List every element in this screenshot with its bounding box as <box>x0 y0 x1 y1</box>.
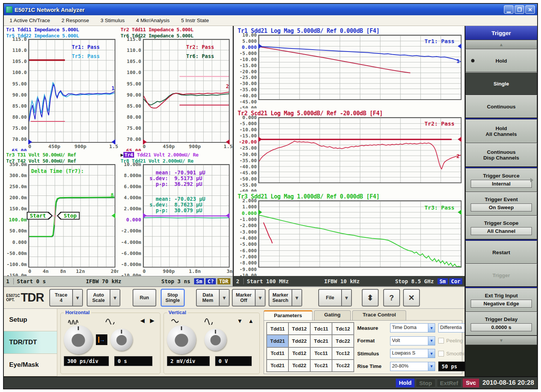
trace-header-line: Tr3 T31 Volt 50.00mU/ Ref <box>6 152 118 158</box>
dropdown-arrow-icon[interactable]: ▼ <box>341 290 351 306</box>
restore-button[interactable]: ❐ <box>515 5 524 14</box>
param-button-tcc22[interactable]: Tcc22 <box>332 360 354 372</box>
data-mem-button[interactable]: DataMem▼ <box>196 289 230 307</box>
channel-number: 2 <box>236 278 244 284</box>
param-button-tcd11[interactable]: Tcd11 <box>267 347 288 360</box>
param-button-tcc11[interactable]: Tcc11 <box>310 347 332 360</box>
param-button-tcd21[interactable]: Tcd21 <box>267 360 288 372</box>
plot-wrap: Tr1: PassTr5: Pass10450p900p1.5n <box>28 39 115 150</box>
marker-search-button[interactable]: MarkerSearch▼ <box>269 289 302 307</box>
param-button-tdc21[interactable]: Tdc21 <box>310 335 332 347</box>
close-button[interactable]: ✕ <box>525 5 535 14</box>
dropdown-arrow-icon[interactable]: ▼ <box>110 290 120 306</box>
param-button-tcd22[interactable]: Tcd22 <box>288 360 310 372</box>
chevron-down-icon[interactable]: ▼ <box>428 362 435 371</box>
softkey-trigger-source[interactable]: Trigger SourceInternal <box>465 168 537 192</box>
trace-select-button[interactable]: Trace4▼ <box>49 289 83 307</box>
ifbw-value: IFBW 70 kHz <box>46 278 161 284</box>
app-window: E5071C Network Analyzer ▁ ❐ ✕ 1 Active C… <box>3 3 538 389</box>
menu-item-1[interactable]: 1 Active Ch/Trace <box>4 18 56 23</box>
menu-item-4[interactable]: 4 Mkr/Analysis <box>130 18 175 23</box>
stop-single-button[interactable]: StopSingle <box>161 289 185 307</box>
start-marker-flag[interactable]: Start <box>27 212 53 220</box>
param-button-tcd12[interactable]: Tcd12 <box>288 347 310 360</box>
shift-down-icon[interactable]: ▼ <box>237 318 243 324</box>
param-button-tdc11[interactable]: Tdc11 <box>310 323 332 335</box>
tab-parameters[interactable]: Parameters <box>264 310 313 320</box>
softkey-trigger-delay[interactable]: Trigger Delay0.0000 s <box>465 312 537 336</box>
measure-select[interactable]: Time Doma▼ <box>390 323 435 332</box>
field-label: Rise Time <box>357 363 387 369</box>
softkey-continuous[interactable]: Continuous <box>465 95 537 118</box>
reference-level-marker <box>143 213 147 218</box>
reference-position-icon[interactable]: → <box>96 334 107 345</box>
chevron-down-icon[interactable]: ▼ <box>428 349 435 358</box>
softkey-hold-all-channels[interactable]: HoldAll Channels <box>465 119 537 143</box>
select-value: 20-80% <box>390 362 428 371</box>
updown-button[interactable]: ⬍ <box>362 289 379 307</box>
horizontal-scale-knob[interactable] <box>64 325 93 354</box>
shift-left-icon[interactable]: ◀ <box>140 317 145 324</box>
help-button[interactable]: ? <box>383 289 400 307</box>
vertical-label: Vertical <box>167 310 188 315</box>
param-button-tdd11[interactable]: Tdd11 <box>267 323 288 335</box>
y-axis-ticks: 2.0001.0000.000-1.000-2.000-3.000-4.000-… <box>234 200 258 275</box>
softkey-trigger-event[interactable]: Trigger EventOn Sweep <box>465 192 537 216</box>
vertical-scale-knob[interactable] <box>167 325 196 354</box>
chevron-down-icon[interactable]: ▼ <box>428 324 435 332</box>
trace-header: Tr3 Sdd21 Log Mag 1.000dB/ Ref 0.000dB [… <box>234 193 465 200</box>
run-button[interactable]: Run <box>133 289 156 307</box>
tab-gating[interactable]: Gating <box>314 310 351 320</box>
tab-setup[interactable]: Setup <box>4 309 57 331</box>
softkey-ext-trig-input[interactable]: Ext Trig InputNegative Edge <box>465 288 537 312</box>
param-button-tdd21[interactable]: Tdd21 <box>267 335 288 347</box>
stimulus-select[interactable]: Lowpass S▼ <box>390 349 435 358</box>
param-button-tcc21[interactable]: Tcc21 <box>310 360 332 372</box>
chevron-down-icon[interactable]: ▼ <box>428 337 435 345</box>
param-button-tcc12[interactable]: Tcc12 <box>332 347 354 360</box>
shift-up-icon[interactable]: ▲ <box>248 318 254 324</box>
chart-body: 115.0110.0105.0100.095.0090.0085.0080.00… <box>4 39 118 151</box>
softkey-hold[interactable]: Hold <box>465 49 537 72</box>
tab-trace-control[interactable]: Trace Control <box>352 310 406 320</box>
active-radio-dot <box>471 59 475 63</box>
rise-time-select[interactable]: 20-80%▼ <box>390 362 435 371</box>
select-value: Time Doma <box>390 324 428 332</box>
tdr-logo: E5071C OPT. TDR <box>6 291 44 305</box>
softkey-restart[interactable]: Restart <box>465 241 537 264</box>
auto-scale-button[interactable]: AutoScale▼ <box>87 289 120 307</box>
dropdown-arrow-icon[interactable]: ▼ <box>72 290 82 306</box>
menu-item-5[interactable]: 5 Instr State <box>175 18 215 23</box>
shift-right-icon[interactable]: ▶ <box>150 317 154 324</box>
close-tdr-button[interactable]: ✕ <box>403 289 420 307</box>
param-button-tdd12[interactable]: Tdd12 <box>288 323 310 335</box>
param-button-tdd22[interactable]: Tdd22 <box>288 335 310 347</box>
vertical-position-knob[interactable] <box>204 329 227 351</box>
format-select[interactable]: Volt▼ <box>390 336 435 345</box>
dropdown-arrow-icon[interactable]: ▼ <box>219 290 229 306</box>
softkey-scroll-down[interactable]: ▼ <box>465 336 537 345</box>
file-button[interactable]: File▼ <box>318 289 352 307</box>
softkey-trigger-scope[interactable]: Trigger ScopeAll Channel <box>465 216 537 239</box>
trace-header-line: Tr1 Sdd21 Log Mag 5.000dB/ Ref 0.000dB [… <box>238 27 465 35</box>
softkey-scroll-up[interactable]: ▲ <box>465 40 537 49</box>
stop-marker-flag[interactable]: Stop <box>57 212 80 220</box>
y-axis-ticks: 10.00m8.000m6.000m4.000m2.000m0.000-2.00… <box>118 164 143 276</box>
start-value: Start 0 s <box>17 278 46 284</box>
minimize-button[interactable]: ▁ <box>504 5 513 14</box>
dropdown-arrow-icon[interactable]: ▼ <box>292 290 301 306</box>
tab-eye-mask[interactable]: Eye/Mask <box>4 354 57 376</box>
param-button-tdc22[interactable]: Tdc22 <box>332 335 354 347</box>
menu-item-2[interactable]: 2 Response <box>56 18 95 23</box>
button-label: AutoScale <box>87 290 110 306</box>
horizontal-position-knob[interactable] <box>110 329 133 351</box>
marker-off-button[interactable]: MarkerOff▼ <box>232 289 266 307</box>
softkey-continuous-disp-channels[interactable]: ContinuousDisp Channels <box>465 143 537 167</box>
status-badge-tdr: TDR <box>217 278 230 284</box>
softkey-single[interactable]: Single <box>465 72 537 95</box>
menu-item-3[interactable]: 3 Stimulus <box>95 18 130 23</box>
dropdown-arrow-icon[interactable]: ▼ <box>255 290 265 306</box>
param-button-tdc12[interactable]: Tdc12 <box>332 323 354 335</box>
tab-tdr-tdt[interactable]: TDR/TDT <box>4 331 57 354</box>
plot-area: Tr1: Pass1 <box>258 35 462 100</box>
